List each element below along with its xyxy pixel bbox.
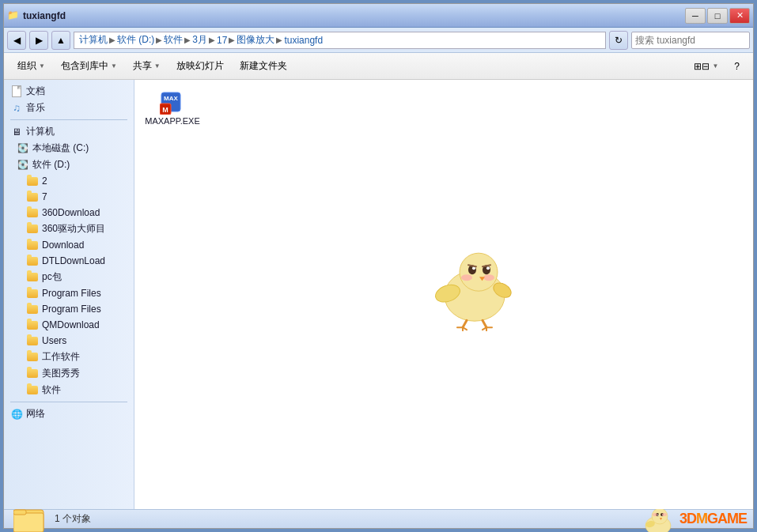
address-path[interactable]: 计算机 ▶ 软件 (D:) ▶ 软件 ▶ 3月 ▶ 17 ▶ 图像放大 ▶ tu… (74, 32, 606, 49)
main-window: 📁 tuxiangfd ─ □ ✕ ◀ ▶ ▲ 计算机 ▶ 软件 (D:) ▶ … (3, 3, 754, 529)
refresh-button[interactable]: ↻ (609, 31, 628, 50)
logo-game: GAME (707, 511, 747, 526)
close-button[interactable]: ✕ (729, 8, 750, 24)
sidebar-item-local-c[interactable]: 💽 本地磁盘 (C:) (4, 140, 134, 157)
organize-dropdown-arrow: ▼ (39, 62, 45, 70)
svg-point-7 (461, 274, 472, 281)
logo-m: M (696, 511, 707, 526)
help-button[interactable]: ? (727, 56, 747, 77)
sidebar-item-network[interactable]: 🌐 网络 (4, 406, 134, 422)
path-computer[interactable]: 计算机 (79, 33, 108, 47)
folder-pc-icon (26, 271, 39, 284)
svg-point-36 (653, 513, 657, 516)
sidebar-item-music[interactable]: ♫ 音乐 (4, 100, 134, 116)
sidebar-item-360download[interactable]: 360Download (4, 205, 134, 221)
titlebar-buttons: ─ □ ✕ (685, 8, 750, 24)
sidebar-programfiles-x86-label: Program Files (42, 304, 101, 315)
maximize-button[interactable]: □ (707, 8, 728, 24)
computer-icon: 🖥 (10, 126, 23, 138)
mascot-container (427, 236, 522, 334)
sidebar-item-software-d[interactable]: 💽 软件 (D:) (4, 157, 134, 173)
sidebar-item-pc[interactable]: pc包 (4, 269, 134, 285)
sidebar-item-computer[interactable]: 🖥 计算机 (4, 123, 134, 140)
folder-users-icon (26, 334, 39, 347)
status-count: 1 个对象 (55, 512, 91, 526)
path-enlarge[interactable]: 图像放大 (237, 33, 274, 47)
file-name-maxapp: MAXAPP.EXE (145, 116, 200, 126)
sidebar-item-360driver[interactable]: 360驱动大师目 (4, 221, 134, 237)
sidebar-computer-label: 计算机 (26, 125, 55, 138)
new-folder-label: 新建文件夹 (240, 59, 287, 73)
document-icon (10, 85, 23, 98)
logo-text-container: 3DMGAME (679, 511, 747, 527)
svg-point-37 (662, 513, 667, 516)
sidebar-item-users[interactable]: Users (4, 333, 134, 349)
svg-point-12 (486, 266, 490, 270)
sidebar-item-software-folder[interactable]: 软件 (4, 382, 134, 398)
slideshow-label: 放映幻灯片 (176, 59, 224, 73)
file-item-maxapp[interactable]: M MAX MAXAPP.EXE (141, 86, 204, 130)
organize-label: 组织 (17, 59, 36, 73)
sidebar-item-documents[interactable]: 文档 (4, 83, 134, 100)
minimize-button[interactable]: ─ (685, 8, 706, 24)
logo-3d: 3D (679, 511, 696, 526)
new-folder-button[interactable]: 新建文件夹 (233, 56, 294, 77)
sidebar-software-d-label: 软件 (D:) (32, 158, 70, 172)
path-17[interactable]: 17 (217, 35, 227, 46)
search-input[interactable] (632, 35, 750, 46)
sidebar-divider-1 (10, 119, 127, 120)
sidebar-item-folder-7[interactable]: 7 (4, 189, 134, 205)
sidebar-users-label: Users (42, 335, 66, 346)
sidebar-music-label: 音乐 (26, 101, 45, 115)
include-label: 包含到库中 (61, 59, 108, 73)
path-tuxiangfd[interactable]: tuxiangfd (284, 35, 323, 46)
sidebar-item-programfiles[interactable]: Program Files (4, 285, 134, 301)
svg-point-33 (657, 514, 659, 515)
forward-button[interactable]: ▶ (29, 31, 48, 50)
folder-software-icon (26, 384, 39, 397)
up-button[interactable]: ▲ (51, 31, 70, 50)
share-button[interactable]: 共享 ▼ (126, 56, 168, 77)
svg-line-18 (483, 320, 486, 327)
folder-download-icon (26, 239, 39, 251)
include-library-button[interactable]: 包含到库中 ▼ (54, 56, 124, 77)
folder-7-icon (26, 191, 39, 203)
network-icon: 🌐 (10, 408, 23, 421)
sidebar-item-dtldownload[interactable]: DTLDownLoad (4, 253, 134, 269)
sidebar-item-meitu[interactable]: 美图秀秀 (4, 365, 134, 382)
organize-button[interactable]: 组织 ▼ (10, 56, 52, 77)
address-bar: ◀ ▶ ▲ 计算机 ▶ 软件 (D:) ▶ 软件 ▶ 3月 ▶ 17 ▶ 图像放… (4, 28, 753, 53)
path-march[interactable]: 3月 (192, 33, 207, 47)
svg-point-29 (652, 508, 668, 524)
path-software[interactable]: 软件 (164, 33, 183, 47)
view-label: ⊞⊟ (694, 61, 710, 72)
file-content[interactable]: M MAX MAXAPP.EXE (134, 80, 753, 509)
sidebar-item-work[interactable]: 工作软件 (4, 349, 134, 365)
folder-programfiles-icon (26, 287, 39, 300)
file-area: M MAX MAXAPP.EXE (134, 80, 753, 509)
sidebar: 文档 ♫ 音乐 🖥 计算机 (4, 80, 134, 509)
large-folder-icon (13, 505, 45, 533)
folder-qmdownload-icon (26, 319, 39, 331)
status-bar: 1 个对象 3DMGAME (4, 509, 753, 528)
sidebar-item-qmdownload[interactable]: QMDownload (4, 317, 134, 333)
sidebar-item-folder-2[interactable]: 2 (4, 173, 134, 189)
drive-d-icon: 💽 (17, 159, 29, 172)
svg-line-17 (463, 320, 467, 327)
slideshow-button[interactable]: 放映幻灯片 (169, 56, 231, 77)
path-software-d[interactable]: 软件 (D:) (117, 33, 154, 47)
svg-point-5 (460, 253, 498, 291)
back-button[interactable]: ◀ (7, 31, 26, 50)
svg-rect-26 (13, 513, 44, 532)
sidebar-item-download[interactable]: Download (4, 237, 134, 253)
drive-c-icon: 💽 (17, 142, 29, 155)
view-button[interactable]: ⊞⊟ ▼ (687, 56, 725, 77)
file-icon-maxapp: M MAX (160, 89, 185, 115)
folder-2-icon (26, 175, 39, 187)
status-preview-icon (10, 500, 48, 533)
sidebar-item-programfiles-x86[interactable]: Program Files (4, 301, 134, 317)
sidebar-documents-label: 文档 (26, 85, 45, 98)
sidebar-download-label: Download (42, 240, 84, 251)
sidebar-work-label: 工作软件 (42, 350, 80, 364)
svg-text:M: M (162, 106, 168, 114)
